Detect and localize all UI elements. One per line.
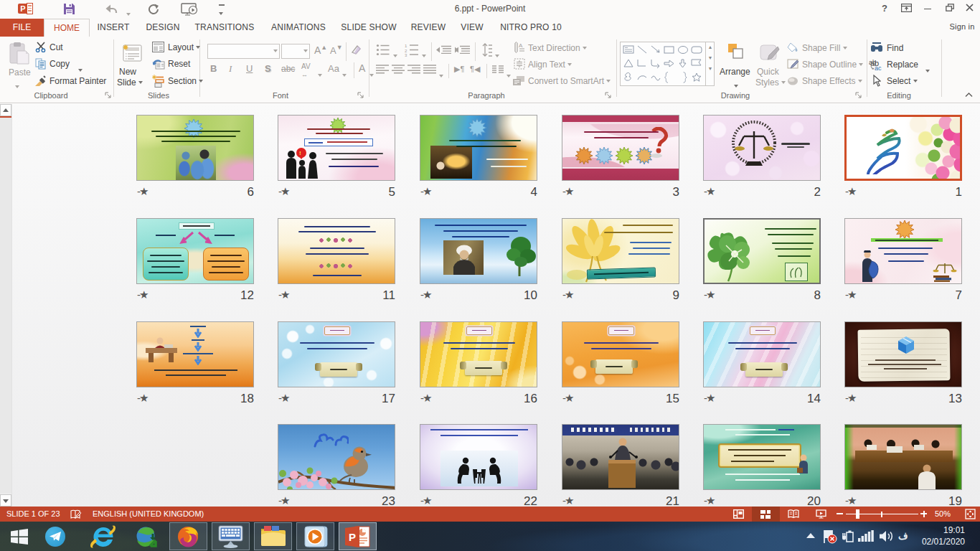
svg-text:3: 3 [405,53,407,57]
svg-text:2: 2 [405,49,407,53]
svg-text:A: A [519,42,523,49]
svg-text:P: P [349,531,356,543]
svg-text:1: 1 [405,44,407,48]
svg-text:ac: ac [875,65,882,71]
svg-text:!: ! [299,150,301,156]
